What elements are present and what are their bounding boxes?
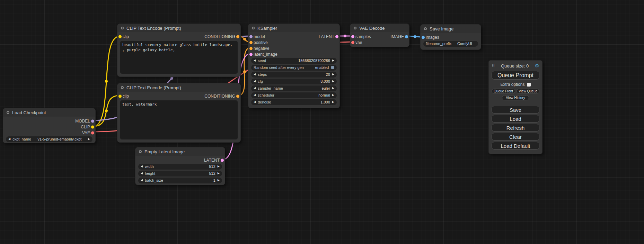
increment-arrow-icon[interactable]: ▶ <box>332 80 334 83</box>
node-save-image[interactable]: Save Image images filename_prefix ComfyU… <box>420 24 481 50</box>
collapse-dot-icon[interactable] <box>139 150 142 153</box>
node-title-bar[interactable]: Load Checkpoint <box>3 108 95 117</box>
increment-arrow-icon[interactable]: ▶ <box>332 101 334 103</box>
next-value-arrow-icon[interactable]: ▶ <box>332 87 334 90</box>
output-row-model: MODEL <box>3 118 95 124</box>
node-title-bar[interactable]: Save Image <box>421 25 481 33</box>
node-title-bar[interactable]: CLIP Text Encode (Prompt) <box>117 83 240 92</box>
decrement-arrow-icon[interactable]: ◀ <box>254 80 256 83</box>
output-label-clip: CLIP <box>81 125 90 129</box>
toggle-dot-icon[interactable] <box>331 66 334 69</box>
negative-input-port[interactable] <box>249 47 253 50</box>
latent-output-port[interactable] <box>335 35 338 38</box>
denoise-widget[interactable]: ◀ denoise 1.000 ▶ <box>251 99 337 105</box>
model-input-port[interactable] <box>249 35 253 38</box>
positive-input-port[interactable] <box>249 41 253 44</box>
io-row-clip-conditioning: clip CONDITIONING <box>117 93 240 99</box>
output-label-image: IMAGE <box>390 34 404 39</box>
node-empty-latent-image[interactable]: Empty Latent Image LATENT ◀ width 512 ▶ … <box>135 147 225 185</box>
node-load-checkpoint[interactable]: Load Checkpoint MODEL CLIP VAE ◀ ckpt_na… <box>3 108 96 143</box>
collapse-dot-icon[interactable] <box>252 27 255 29</box>
positive-prompt-textarea[interactable]: beautiful scenery nature glass bottle la… <box>120 41 238 74</box>
node-clip-text-encode-negative[interactable]: CLIP Text Encode (Prompt) clip CONDITION… <box>117 83 241 143</box>
load-button[interactable]: Load <box>492 115 539 123</box>
increment-arrow-icon[interactable]: ▶ <box>218 165 220 168</box>
node-title-bar[interactable]: VAE Decode <box>350 24 409 32</box>
seed-widget[interactable]: ◀ seed 156680208700286 ▶ <box>251 58 337 64</box>
conditioning-output-port[interactable] <box>236 94 239 98</box>
next-value-arrow-icon[interactable]: ▶ <box>332 94 334 97</box>
widget-label: width <box>145 164 207 169</box>
latent-output-port[interactable] <box>221 159 224 162</box>
prev-value-arrow-icon[interactable]: ◀ <box>254 94 256 97</box>
queue-buttons-row: Queue Front View Queue <box>492 89 539 94</box>
collapse-dot-icon[interactable] <box>7 111 9 114</box>
view-queue-button[interactable]: View Queue <box>517 89 539 94</box>
extra-options-checkbox[interactable] <box>527 83 531 87</box>
decrement-arrow-icon[interactable]: ◀ <box>254 73 256 76</box>
node-title-bar[interactable]: CLIP Text Encode (Prompt) <box>117 24 240 32</box>
clip-input-port[interactable] <box>118 35 122 38</box>
collapse-dot-icon[interactable] <box>121 27 124 29</box>
node-clip-text-encode-positive[interactable]: CLIP Text Encode (Prompt) clip CONDITION… <box>117 24 241 77</box>
vae-output-port[interactable] <box>91 131 94 134</box>
decrement-arrow-icon[interactable]: ◀ <box>141 172 143 175</box>
decrement-arrow-icon[interactable]: ◀ <box>254 101 256 103</box>
widget-label: batch_size <box>145 178 211 182</box>
increment-arrow-icon[interactable]: ▶ <box>218 179 220 182</box>
image-output-port[interactable] <box>405 35 408 38</box>
scheduler-widget[interactable]: ◀ scheduler normal ▶ <box>251 92 337 98</box>
clear-button[interactable]: Clear <box>492 133 539 141</box>
node-graph-canvas[interactable]: Load Checkpoint MODEL CLIP VAE ◀ ckpt_na… <box>0 0 644 244</box>
queue-prompt-button[interactable]: Queue Prompt <box>492 71 539 80</box>
latent-image-input-port[interactable] <box>249 53 253 56</box>
input-row-images: images <box>421 34 481 40</box>
clip-input-port[interactable] <box>118 94 122 98</box>
decrement-arrow-icon[interactable]: ◀ <box>141 165 143 168</box>
node-title: Save Image <box>430 26 453 31</box>
batch-size-widget[interactable]: ◀ batch_size 1 ▶ <box>138 178 222 183</box>
decrement-arrow-icon[interactable]: ◀ <box>141 179 143 182</box>
comfy-menu-panel[interactable]: ⠿ Queue size: 0 ⚙ Queue Prompt Extra opt… <box>488 60 542 154</box>
widget-label: scheduler <box>258 93 316 97</box>
increment-arrow-icon[interactable]: ▶ <box>332 73 334 76</box>
collapse-dot-icon[interactable] <box>354 27 356 29</box>
cfg-widget[interactable]: ◀ cfg 8.000 ▶ <box>251 79 337 84</box>
node-vae-decode[interactable]: VAE Decode samples IMAGE vae <box>350 24 409 47</box>
node-title-bar[interactable]: Empty Latent Image <box>135 147 225 156</box>
node-title-bar[interactable]: KSampler <box>248 24 339 32</box>
prev-value-arrow-icon[interactable]: ◀ <box>254 87 256 90</box>
view-history-button[interactable]: View History <box>502 95 529 100</box>
conditioning-output-port[interactable] <box>236 35 239 38</box>
output-label-model: MODEL <box>75 119 90 124</box>
drag-handle-icon[interactable]: ⠿ <box>492 63 495 69</box>
collapse-dot-icon[interactable] <box>424 27 427 30</box>
prev-value-arrow-icon[interactable]: ◀ <box>8 138 10 141</box>
images-input-port[interactable] <box>422 36 425 39</box>
decrement-arrow-icon[interactable]: ◀ <box>254 59 256 62</box>
negative-prompt-textarea[interactable]: text, watermark <box>120 100 238 139</box>
sampler-name-widget[interactable]: ◀ sampler_name euler ▶ <box>251 85 337 91</box>
increment-arrow-icon[interactable]: ▶ <box>332 59 334 62</box>
samples-input-port[interactable] <box>351 35 354 38</box>
height-widget[interactable]: ◀ height 512 ▶ <box>138 171 222 177</box>
ckpt-name-widget[interactable]: ◀ ckpt_name v1-5-pruned-emaonly.ckpt ▶ <box>6 136 92 142</box>
model-output-port[interactable] <box>91 119 94 123</box>
refresh-button[interactable]: Refresh <box>492 124 539 132</box>
clip-output-port[interactable] <box>91 125 94 128</box>
width-widget[interactable]: ◀ width 512 ▶ <box>138 164 222 170</box>
vae-input-port[interactable] <box>351 41 354 44</box>
next-value-arrow-icon[interactable]: ▶ <box>88 138 90 141</box>
settings-gear-icon[interactable]: ⚙ <box>535 63 539 69</box>
node-ksampler[interactable]: KSampler model LATENT positive negative … <box>248 24 340 108</box>
filename-prefix-widget[interactable]: filename_prefix ComfyUI <box>423 41 478 47</box>
random-seed-toggle-widget[interactable]: Random seed after every gen enabled <box>251 65 337 71</box>
increment-arrow-icon[interactable]: ▶ <box>218 172 220 175</box>
load-default-button[interactable]: Load Default <box>492 142 539 150</box>
queue-front-button[interactable]: Queue Front <box>492 89 515 94</box>
output-row-vae: VAE <box>3 130 95 136</box>
steps-widget[interactable]: ◀ steps 20 ▶ <box>251 72 337 78</box>
node-title: Load Checkpoint <box>12 110 46 115</box>
collapse-dot-icon[interactable] <box>121 86 124 89</box>
save-button[interactable]: Save <box>492 106 539 114</box>
